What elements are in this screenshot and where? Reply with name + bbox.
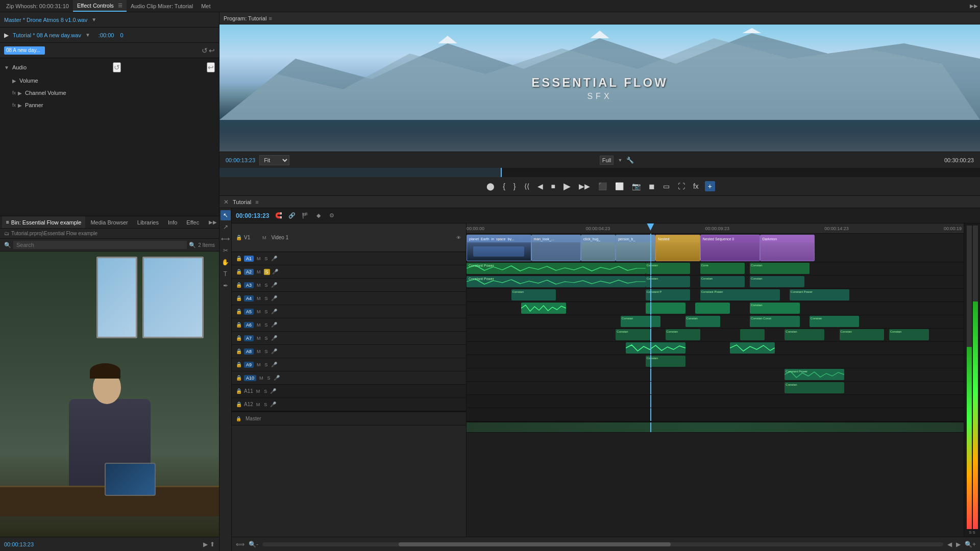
a11-m-btn[interactable]: M xyxy=(255,388,261,394)
tool-hand[interactable]: ✋ xyxy=(220,257,231,267)
tl-master-content[interactable] xyxy=(467,421,964,433)
a7-lock-icon[interactable]: 🔒 xyxy=(236,335,242,341)
a3-lock-icon[interactable]: 🔒 xyxy=(236,282,242,288)
audio-clip-a1-2[interactable]: Constan xyxy=(646,263,691,274)
a4-m-btn[interactable]: M xyxy=(256,295,262,302)
tl-settings-icon[interactable]: ⚙ xyxy=(326,210,337,221)
a9-s-btn[interactable]: S xyxy=(264,362,269,368)
ec-reset-btn[interactable]: ↺ xyxy=(202,46,208,55)
bin-search-btn[interactable]: 🔍 xyxy=(189,242,196,248)
tab-effect-controls[interactable]: Effect Controls ☰ xyxy=(73,0,127,12)
pm-quality-display[interactable]: Full xyxy=(600,156,614,165)
audio-clip-a5-1[interactable]: Constan xyxy=(621,316,660,327)
tl-video-track-content[interactable]: planet_Earth_in_space_by... ma xyxy=(467,234,964,262)
bin-play-in-to-out-btn[interactable]: ▶ xyxy=(203,541,208,548)
audio-section-reset-btn[interactable]: ↺ xyxy=(113,62,121,72)
a8-s-btn[interactable]: S xyxy=(264,348,269,355)
ec-source-clip[interactable]: Master * Drone Atmos 8 v1.0.wav xyxy=(4,17,87,23)
audio-clip-a6-5[interactable]: Constan xyxy=(840,329,885,340)
tl-markers-icon[interactable]: 🏴 xyxy=(300,210,311,221)
a5-mic-icon[interactable]: 🎤 xyxy=(271,309,277,314)
pm-fx-btn[interactable]: fx xyxy=(691,181,701,191)
tl-audio-a3-content[interactable]: Constan Constant P Constant Power Consta… xyxy=(467,289,964,302)
ec-target-clip[interactable]: Tutorial * 08 A new day.wav xyxy=(13,32,81,38)
a6-label[interactable]: A6 xyxy=(244,322,254,328)
a4-lock-icon[interactable]: 🔒 xyxy=(236,295,242,301)
video-clip-1[interactable]: planet_Earth_in_space_by... xyxy=(467,235,531,261)
pm-insert-btn[interactable]: ◼ xyxy=(647,181,657,191)
tabs-expand-btn[interactable]: ▶▶ xyxy=(970,3,978,9)
tl-audio-a6-content[interactable]: Constan Constan Constan Con xyxy=(467,329,964,342)
pm-add-btn[interactable]: + xyxy=(705,181,715,191)
tl-audio-a4-content[interactable]: Constan xyxy=(467,302,964,315)
pm-menu-icon[interactable]: ≡ xyxy=(268,15,272,21)
pm-next-frame-btn[interactable]: ▶▶ xyxy=(577,181,592,191)
tl-zoom-out-btn[interactable]: 🔍- xyxy=(249,541,258,548)
audio-clip-a7-1[interactable] xyxy=(626,342,685,354)
a2-label[interactable]: A2 xyxy=(244,269,254,275)
a7-m-btn[interactable]: M xyxy=(256,335,262,341)
pm-camera-btn[interactable]: 📷 xyxy=(630,181,643,191)
tl-zoom-in-btn[interactable]: 🔍+ xyxy=(965,541,976,548)
a10-s-btn[interactable]: S xyxy=(266,375,272,381)
a9-mic-icon[interactable]: 🎤 xyxy=(271,362,277,367)
a1-lock-icon[interactable]: 🔒 xyxy=(236,256,242,261)
audio-clip-a10-1[interactable]: Constan xyxy=(785,382,844,393)
bin-tab-info[interactable]: Info xyxy=(164,216,181,228)
bin-search-input[interactable] xyxy=(13,241,187,249)
tl-close-btn[interactable]: ✕ xyxy=(224,198,229,206)
audio-clip-a6-3[interactable] xyxy=(740,329,765,340)
audio-clip-a1-3[interactable]: Cons xyxy=(700,263,745,274)
a10-mic-icon[interactable]: 🎤 xyxy=(274,375,280,381)
pm-wrench-icon[interactable]: 🔧 xyxy=(626,157,634,164)
pm-timecode-display[interactable]: 00:00:13:23 xyxy=(226,157,255,163)
a1-m-btn[interactable]: M xyxy=(256,256,262,262)
pm-scrub-bar[interactable] xyxy=(219,168,980,177)
a7-label[interactable]: A7 xyxy=(244,335,254,341)
a10-lock-icon[interactable]: 🔒 xyxy=(236,375,242,381)
tool-selection[interactable]: ↖ xyxy=(220,210,231,220)
a8-lock-icon[interactable]: 🔒 xyxy=(236,348,242,354)
a2-yellow-pill[interactable]: S xyxy=(264,269,270,275)
effect-controls-tab-menu[interactable]: ☰ xyxy=(118,3,122,8)
a12-m-btn[interactable]: M xyxy=(255,402,261,408)
tab-timecode[interactable]: Zip Whoosh: 00:00:31:10 xyxy=(2,0,73,12)
pm-play-btn[interactable]: ▶ xyxy=(561,180,573,193)
audio-clip-a4-3[interactable] xyxy=(695,303,730,314)
tl-audio-a5-content[interactable]: Constan Constan Constan Const Constan xyxy=(467,315,964,329)
video-track-lock-icon[interactable]: 🔒 xyxy=(236,235,242,240)
a5-label[interactable]: A5 xyxy=(244,309,254,315)
audio-clip-a4-4[interactable]: Constan xyxy=(750,303,799,314)
video-clip-4[interactable]: person_b_ xyxy=(616,235,655,261)
tl-tracks-canvas[interactable]: 00:00:00 00:00:04:23 00:00:09:23 00:00:1… xyxy=(467,223,964,537)
audio-clip-a2-4[interactable]: Constan xyxy=(750,276,804,287)
a9-label[interactable]: A9 xyxy=(244,362,254,368)
tab-meta[interactable]: Met xyxy=(197,0,214,12)
audio-clip-a9-1[interactable]: Constant Power xyxy=(785,369,844,380)
ec-audio-section[interactable]: ▼ Audio ↺ ↩ xyxy=(0,60,219,74)
tl-audio-a11-content[interactable] xyxy=(467,395,964,408)
a5-m-btn[interactable]: M xyxy=(256,309,262,315)
audio-clip-a7-2[interactable] xyxy=(730,342,775,354)
tl-scrollbar-thumb[interactable] xyxy=(399,542,671,546)
tool-ripple[interactable]: ⟷ xyxy=(220,234,231,244)
tl-linked-icon[interactable]: 🔗 xyxy=(286,210,298,221)
audio-clip-a2-1[interactable]: Constant Power xyxy=(467,276,646,287)
a9-lock-icon[interactable]: 🔒 xyxy=(236,362,242,367)
a1-label[interactable]: A1 xyxy=(244,256,254,262)
tool-pen[interactable]: ✒ xyxy=(220,281,231,291)
bin-tab-media-browser[interactable]: Media Browser xyxy=(86,216,132,228)
a6-m-btn[interactable]: M xyxy=(256,322,262,328)
audio-clip-a1-1[interactable]: Constant Power xyxy=(467,263,646,274)
a9-m-btn[interactable]: M xyxy=(256,362,262,368)
tl-audio-a1-content[interactable]: Constant Power Constan Cons xyxy=(467,262,964,276)
video-sync-lock-btn[interactable]: M xyxy=(261,235,267,241)
a4-mic-icon[interactable]: 🎤 xyxy=(271,295,277,301)
audio-clip-a3-4[interactable]: Constant Power xyxy=(790,289,849,300)
a7-s-btn[interactable]: S xyxy=(264,335,269,341)
bin-tab-essential-flow[interactable]: ≡ Bin: Essential Flow example xyxy=(2,216,85,228)
pm-stop-btn[interactable]: ■ xyxy=(549,181,557,191)
tl-menu-icon[interactable]: ≡ xyxy=(255,199,258,205)
tl-scroll-next-btn[interactable]: ▶ xyxy=(956,541,961,548)
a11-mic-icon[interactable]: 🎤 xyxy=(270,388,276,394)
